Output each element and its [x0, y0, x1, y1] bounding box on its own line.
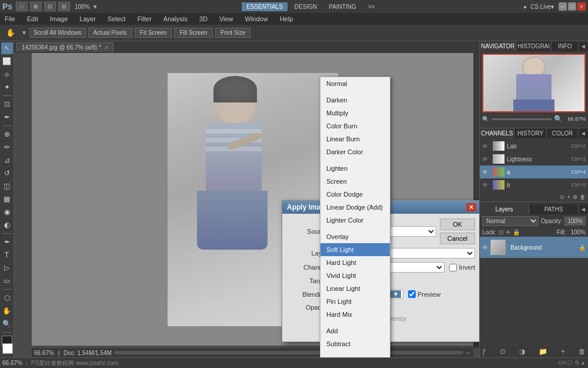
pen-tool[interactable]: ✒	[1, 236, 13, 248]
menu-help[interactable]: Help	[278, 14, 296, 24]
blend-difference[interactable]: Difference	[320, 354, 390, 357]
menu-window[interactable]: Window	[243, 14, 270, 24]
layer-background[interactable]: 👁 Background 🔒	[480, 237, 588, 258]
blend-pin-light[interactable]: Pin Light	[320, 295, 390, 308]
channel-lab-eye-icon[interactable]: 👁	[482, 143, 490, 150]
open-icon[interactable]: ⊞	[30, 2, 42, 11]
layer-new-icon[interactable]: +	[561, 347, 565, 356]
blend-color-burn[interactable]: Color Burn	[320, 120, 390, 132]
actual-pixels-btn[interactable]: Actual Pixels	[88, 28, 132, 38]
scroll-right-icon[interactable]: ►	[466, 350, 471, 356]
magic-wand-tool[interactable]: ✦	[1, 81, 13, 93]
tab-navigator[interactable]: NAVIGATOR	[480, 41, 516, 51]
scroll-all-btn[interactable]: Scroll All Windows	[29, 28, 86, 38]
channel-action-1[interactable]: ⊙	[560, 194, 564, 200]
blend-subtract[interactable]: Subtract	[320, 337, 390, 350]
blend-hard-light[interactable]: Hard Light	[320, 256, 390, 269]
heal-tool[interactable]: ⊕	[1, 128, 13, 140]
clone-tool[interactable]: ⊿	[1, 154, 13, 166]
layer-bg-eye-icon[interactable]: 👁	[482, 244, 488, 251]
tab-layers[interactable]: Layers	[480, 204, 529, 214]
lock-move-icon[interactable]: ✛	[506, 229, 510, 236]
move-tool[interactable]: ↖	[1, 42, 13, 54]
blend-normal[interactable]: Normal	[320, 77, 390, 90]
menu-select[interactable]: Select	[105, 14, 128, 24]
3d-tool[interactable]: ⬡	[1, 292, 13, 304]
tab-close-icon[interactable]: ×	[105, 45, 108, 51]
channel-action-2[interactable]: +	[567, 194, 570, 200]
blend-overlay[interactable]: Overlay	[320, 230, 390, 243]
layer-mask-icon[interactable]: ⊙	[500, 347, 506, 356]
hand-tool[interactable]: ✋	[1, 305, 13, 317]
new-icon[interactable]: □	[16, 2, 28, 11]
blend-add[interactable]: Add	[320, 324, 390, 337]
layer-style-icon[interactable]: ƒ	[482, 347, 486, 356]
blend-color-dodge[interactable]: Color Dodge	[320, 188, 390, 201]
nav-zoom-out-icon[interactable]: 🔍	[482, 116, 489, 122]
nav-zoom-slider[interactable]	[492, 118, 552, 120]
document-tab[interactable]: 14256364.jpg @ 66.7% (a/8) * ×	[16, 42, 113, 52]
menu-edit[interactable]: Edit	[25, 14, 41, 24]
blend-lighter-color[interactable]: Lighter Color	[320, 214, 390, 227]
channel-lightness-eye-icon[interactable]: 👁	[482, 156, 490, 163]
shape-tool[interactable]: ▭	[1, 275, 13, 287]
layers-blend-select[interactable]: Normal	[482, 216, 539, 226]
blend-hard-mix[interactable]: Hard Mix	[320, 308, 390, 321]
lasso-tool[interactable]: ⌾	[1, 68, 13, 80]
channel-lab[interactable]: 👁 Lab Ctrl+2	[480, 140, 588, 152]
design-btn[interactable]: DESIGN	[290, 2, 322, 11]
blend-lighten[interactable]: Lighten	[320, 162, 390, 175]
menu-filter[interactable]: Filter	[135, 14, 153, 24]
blur-tool[interactable]: ◉	[1, 206, 13, 218]
layer-delete-icon[interactable]: 🗑	[579, 347, 586, 356]
brush-tool[interactable]: ✏	[1, 141, 13, 153]
channel-action-3[interactable]: ⊕	[573, 194, 577, 200]
menu-analysis[interactable]: Analysis	[161, 14, 190, 24]
invert-checkbox[interactable]	[449, 264, 457, 271]
blend-multiply[interactable]: Multiply	[320, 107, 390, 120]
background-color[interactable]	[2, 343, 13, 354]
nav-zoom-in-icon[interactable]: 🔍	[554, 115, 563, 123]
blend-soft-light[interactable]: Soft Light	[320, 243, 390, 256]
dialog-close-btn[interactable]: ×	[466, 203, 476, 211]
zoom-tool[interactable]: 🔍	[1, 318, 13, 330]
crop-tool[interactable]: ⊡	[1, 98, 13, 110]
tab-histogram[interactable]: HISTOGRAI	[516, 41, 552, 51]
layer-group-icon[interactable]: 📁	[539, 347, 547, 356]
lock-all-icon[interactable]: 🔒	[513, 229, 520, 236]
tab-history[interactable]: HISTORY	[514, 128, 546, 138]
channel-b-eye-icon[interactable]: 👁	[482, 182, 490, 188]
painting-btn[interactable]: PAINTING	[324, 2, 360, 11]
blend-linear-dodge[interactable]: Linear Dodge (Add)	[320, 201, 390, 214]
fill-screen-btn[interactable]: Fill Screen	[174, 28, 212, 38]
print-size-btn[interactable]: Print Size	[215, 28, 251, 38]
minimize-btn[interactable]: ─	[559, 2, 567, 11]
more-btn[interactable]: >>	[363, 2, 380, 11]
tab-color[interactable]: COLOR	[547, 128, 579, 138]
ok-button[interactable]: OK	[440, 218, 475, 230]
type-tool[interactable]: T	[1, 249, 13, 261]
zoom-dropdown[interactable]: ▼	[92, 4, 98, 10]
cs-live-btn[interactable]: CS Live▾	[530, 4, 554, 10]
close-btn[interactable]: ×	[577, 2, 586, 11]
layer-adjustment-icon[interactable]: ◑	[519, 347, 525, 356]
blend-vivid-light[interactable]: Vivid Light	[320, 269, 390, 282]
channel-b[interactable]: 👁 b Ctrl+5	[480, 178, 588, 191]
tab-paths[interactable]: PATHS	[529, 204, 579, 214]
hand-tool-icon[interactable]: ✋	[2, 27, 19, 38]
menu-file[interactable]: File	[2, 14, 18, 24]
channel-lightness[interactable]: 👁 Lightness Ctrl+3	[480, 152, 588, 165]
channels-collapse-icon[interactable]: ◄	[579, 128, 588, 138]
eyedropper-tool[interactable]: ✒	[1, 111, 13, 123]
menu-3d[interactable]: 3D	[197, 14, 210, 24]
channel-a-eye-icon[interactable]: 👁	[482, 169, 490, 175]
tool-dropdown-icon[interactable]: ▼	[21, 29, 27, 36]
history-brush-tool[interactable]: ↺	[1, 167, 13, 179]
fit-screen-btn[interactable]: Fit Screen	[135, 28, 172, 38]
blend-linear-light[interactable]: Linear Light	[320, 282, 390, 295]
essentials-btn[interactable]: ESSENTIALS	[242, 2, 288, 11]
blend-linear-burn[interactable]: Linear Burn	[320, 132, 390, 145]
menu-view[interactable]: View	[217, 14, 236, 24]
maximize-btn[interactable]: □	[568, 2, 576, 11]
blend-darken[interactable]: Darken	[320, 94, 390, 107]
